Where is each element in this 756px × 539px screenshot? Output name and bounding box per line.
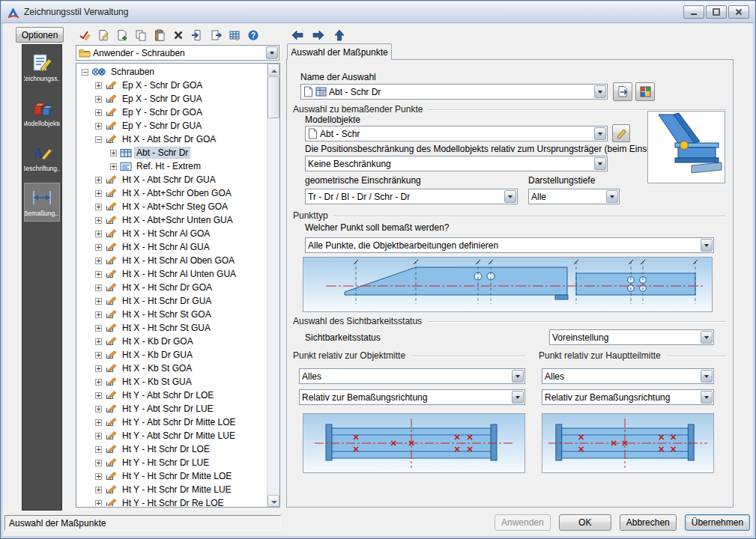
tree-item[interactable]: +Ht X - Ht Schr Al Oben GOA [77,254,267,267]
tree-item[interactable]: +Ht X - Ht Schr Al GUA [77,240,267,254]
tree-scrollbar[interactable] [267,64,279,507]
scroll-down-button[interactable] [267,495,279,507]
tree-item[interactable]: +Ht Y - Ht Schr Dr LOE [77,442,267,456]
tree-item[interactable]: +Ht X - Ht Schr St GUA [77,321,267,335]
expand-toggle[interactable]: + [95,271,102,278]
tree-item[interactable]: +Ht Y - Abt Schr Dr Mitte LUE [77,429,267,442]
sidebar-item-bemaung[interactable]: Bemaßung... [24,183,60,222]
expand-toggle[interactable]: + [95,392,102,399]
expand-toggle[interactable]: + [95,231,102,237]
tree-item[interactable]: +Ht Y - Ht Schr Dr Re LOE [77,496,267,506]
dropdown-arrow-icon[interactable] [512,370,524,383]
tab-auswahl-der-masspunkte[interactable]: Auswahl der Maßpunkte [287,43,392,60]
bernehmen-button[interactable]: Übernehmen [685,514,750,531]
scroll-up-button[interactable] [267,64,279,76]
pointtype-combo[interactable]: Alle Punkte, die Objektbearbeitungen def… [305,237,714,253]
expand-toggle[interactable]: + [95,82,102,89]
tree-item[interactable]: +Ep X - Schr Dr GUA [77,92,267,106]
expand-toggle[interactable]: + [95,96,102,103]
tree-item[interactable]: +Ht Y - Ht Schr Dr Mitte LOE [77,469,267,483]
up-arrow-button[interactable] [330,27,348,43]
expand-toggle[interactable]: + [95,406,102,412]
edit-check-button[interactable] [76,27,93,43]
minimize-button[interactable] [683,5,704,19]
back-arrow-button[interactable] [288,27,306,43]
tree-item[interactable]: −Ht X - Abt Schr Dr GOA [77,133,267,146]
tree-item[interactable]: +Ht X - Ht Schr Dr GOA [77,281,267,294]
dropdown-arrow-icon[interactable] [606,190,618,203]
sidebar-item-zeichnungss[interactable]: Zeichnungss... [24,48,60,87]
transfer-button[interactable] [226,27,243,43]
expand-toggle[interactable]: + [95,123,102,130]
tree-item[interactable]: +Ht Y - Ht Schr Dr Mitte LUE [77,483,267,496]
titlebar[interactable]: Zeichnungsstil Verwaltung [1,1,755,23]
tree-item[interactable]: +Ht X - Ht Schr Al Unten GUA [77,267,267,281]
expand-toggle[interactable]: + [95,325,102,332]
tree-item[interactable]: +Ht X - Abt+Schr Unten GUA [77,213,267,227]
delete-button[interactable] [169,27,187,43]
import-button[interactable] [188,27,205,43]
tree-item[interactable]: +Ht X - Kb Dr GOA [77,335,267,348]
name-selection-combo[interactable]: Abt - Schr Dr [300,84,608,100]
optionen-button[interactable]: Optionen [16,27,64,43]
tree-item[interactable]: +Ep X - Schr Dr GOA [77,79,267,92]
dropdown-arrow-icon[interactable] [512,391,524,404]
dropdown-arrow-icon[interactable] [701,239,713,252]
expand-toggle[interactable]: + [95,446,102,453]
sidebar-item-beschriftung[interactable]: ABeschriftung... [24,138,60,177]
close-button[interactable] [728,5,749,19]
expand-toggle[interactable]: + [95,500,102,507]
dropdown-arrow-icon[interactable] [594,127,606,140]
dropdown-arrow-icon[interactable] [594,157,606,170]
tree-item[interactable]: +Ht X - Abt+Schr Steg GOA [77,200,267,213]
expand-toggle[interactable]: + [95,298,102,305]
collapse-toggle[interactable]: − [95,136,102,143]
expand-toggle[interactable]: + [95,204,102,210]
tree-item[interactable]: +Ht X - Ht Schr Al GOA [77,227,267,240]
new-page-button[interactable] [113,27,130,43]
tree-item[interactable]: +Ht X - Ht Schr Dr GUA [77,294,267,308]
tree-item[interactable]: +Abt - Schr Dr [77,146,267,159]
object-center-filter-combo[interactable]: Alles [299,368,525,384]
expand-toggle[interactable]: + [95,473,102,480]
expand-toggle[interactable]: + [95,311,102,318]
dropdown-arrow-icon[interactable] [504,190,516,203]
tree-item[interactable]: +Ep Y - Schr Dr GUA [77,119,267,133]
collapse-toggle[interactable]: − [82,69,88,76]
tree-item[interactable]: +Ep Y - Schr Dr GOA [77,106,267,119]
tree-item[interactable]: +Ht X - Kb Dr GUA [77,348,267,362]
tree-item[interactable]: +Ht X - Kb St GUA [77,375,267,389]
position-constraint-combo[interactable]: Keine Beschränkung [305,156,608,171]
main-center-direction-combo[interactable]: Relativ zur Bemaßungsrichtung [542,389,714,405]
scroll-thumb[interactable] [267,76,279,118]
expand-toggle[interactable]: + [95,352,102,359]
expand-toggle[interactable]: + [95,419,102,426]
dropdown-arrow-icon[interactable] [594,85,606,98]
tree-item[interactable]: +Ht X - Ht Schr St GOA [77,308,267,321]
visibility-status-combo[interactable]: Voreinstellung [549,329,714,345]
tree-item[interactable]: +Ht Y - Abt Schr Dr LUE [77,402,267,415]
dropdown-arrow-icon[interactable] [701,331,713,344]
model-objects-combo[interactable]: Abt - Schr [305,126,608,141]
presentation-settings-button[interactable] [635,82,655,101]
expand-toggle[interactable]: + [110,163,117,170]
tree-item[interactable]: +Ht Y - Abt Schr Dr Mitte LOE [77,415,267,429]
dropdown-arrow-icon[interactable] [701,391,713,404]
tree-item[interactable]: +Ht Y - Abt Schr Dr LOE [77,389,267,402]
expand-toggle[interactable]: + [95,433,102,439]
tree-item[interactable]: +Ht Y - Ht Schr Dr LUE [77,456,267,469]
ok-button[interactable]: OK [559,514,611,531]
expand-toggle[interactable]: + [95,379,102,386]
expand-toggle[interactable]: + [95,365,102,372]
paste-button[interactable] [151,27,168,43]
tree-item[interactable]: +Ht X - Abt+Schr Oben GOA [77,186,267,200]
style-folder-combo[interactable]: Anwender - Schrauben [76,45,279,61]
expand-toggle[interactable]: + [95,190,102,197]
forward-arrow-button[interactable] [309,27,327,43]
tree-item[interactable]: +Ref. Ht - Extrem [77,159,267,173]
edit-page-button[interactable] [94,27,112,43]
abbrechen-button[interactable]: Abbrechen [620,514,677,531]
geometric-constraint-combo[interactable]: Tr - Dr / Bl - Dr / Schr - Dr [305,189,518,204]
tree-item[interactable]: −Schrauben [77,65,267,79]
help-button[interactable]: ? [244,27,261,43]
